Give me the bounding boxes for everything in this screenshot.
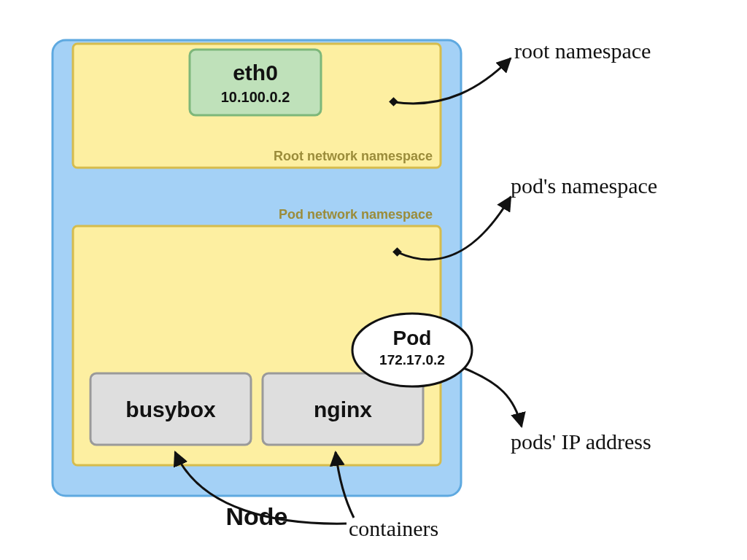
pod-name: Pod (393, 327, 432, 349)
busybox-label: busybox (125, 397, 216, 421)
annotation-pod-namespace: pod's namespace (511, 174, 657, 198)
arrow-pod-ip (464, 368, 522, 427)
annotation-pod-ip: pods' IP address (511, 429, 651, 454)
eth0-name: eth0 (233, 61, 278, 85)
diagram-canvas: Root network namespace eth0 10.100.0.2 P… (0, 0, 747, 560)
annotation-root-namespace: root namespace (514, 39, 651, 63)
annotation-containers: containers (349, 516, 438, 540)
nginx-label: nginx (314, 397, 372, 421)
root-namespace-label: Root network namespace (274, 149, 433, 163)
eth0-ip: 10.100.0.2 (221, 89, 290, 105)
pod-ip: 172.17.0.2 (379, 352, 445, 368)
pod-namespace-label: Pod network namespace (279, 207, 433, 222)
pod-ellipse (352, 314, 472, 386)
